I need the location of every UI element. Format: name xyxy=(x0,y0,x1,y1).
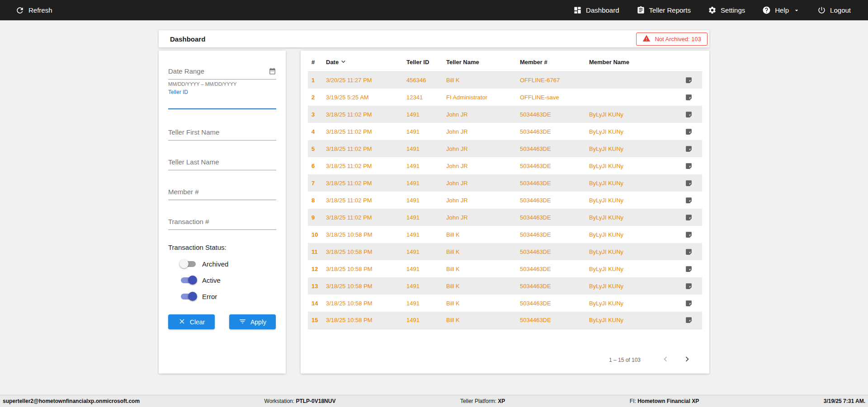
table-row[interactable]: 10 3/18/25 10:58 PM 1491 Bill K 5034463D… xyxy=(308,226,702,243)
table-row[interactable]: 3 3/18/25 11:02 PM 1491 John JR 5034463D… xyxy=(308,106,702,123)
table-row[interactable]: 9 3/18/25 11:02 PM 1491 John JR 5034463D… xyxy=(308,209,702,226)
row-note-cell[interactable] xyxy=(675,106,702,123)
table-row[interactable]: 8 3/18/25 11:02 PM 1491 John JR 5034463D… xyxy=(308,192,702,209)
col-number: # xyxy=(308,53,326,71)
row-note-cell[interactable] xyxy=(675,295,702,312)
row-number: 2 xyxy=(308,89,326,106)
page-header: Dashboard Not Archived: 103 xyxy=(159,30,709,47)
row-note-cell[interactable] xyxy=(675,123,702,140)
table-row[interactable]: 13 3/18/25 10:58 PM 1491 Bill K 5034463D… xyxy=(308,277,702,295)
table-row[interactable]: 4 3/18/25 11:02 PM 1491 John JR 5034463D… xyxy=(308,123,702,140)
nav-logout[interactable]: Logout xyxy=(817,6,851,14)
teller-id-input[interactable] xyxy=(168,98,276,106)
teller-first-name-field xyxy=(168,124,276,140)
apply-button[interactable]: Apply xyxy=(229,314,276,329)
teller-last-name-field xyxy=(168,154,276,170)
col-teller-id: Teller ID xyxy=(406,53,446,71)
row-member-name: ByLyJI KUNy xyxy=(589,106,675,123)
error-switch[interactable] xyxy=(181,294,196,299)
table-row[interactable]: 15 3/18/25 10:58 PM 1491 Bill K 5034463D… xyxy=(308,312,702,329)
clear-button[interactable]: Clear xyxy=(168,314,215,329)
note-icon[interactable] xyxy=(685,145,693,151)
row-number: 5 xyxy=(308,140,326,157)
refresh-button[interactable]: Refresh xyxy=(15,6,52,15)
row-note-cell[interactable] xyxy=(675,312,702,329)
row-date: 3/18/25 11:02 PM xyxy=(326,123,406,140)
transaction-number-input[interactable] xyxy=(168,218,276,225)
calendar-icon[interactable] xyxy=(269,67,276,75)
row-note-cell[interactable] xyxy=(675,140,702,157)
col-date[interactable]: Date xyxy=(326,53,406,71)
table-row[interactable]: 7 3/18/25 11:02 PM 1491 John JR 5034463D… xyxy=(308,174,702,192)
note-icon[interactable] xyxy=(685,316,693,323)
note-icon[interactable] xyxy=(685,248,693,254)
table-row[interactable]: 2 3/19/25 5:25 AM 12341 FI Administrator… xyxy=(308,89,702,106)
nav-dashboard[interactable]: Dashboard xyxy=(573,6,619,14)
table-row[interactable]: 1 3/20/25 11:27 PM 456346 Bill K OFFLINE… xyxy=(308,71,702,89)
row-number: 14 xyxy=(308,295,326,312)
row-note-cell[interactable] xyxy=(675,89,702,106)
row-teller-name: John JR xyxy=(446,106,520,123)
topbar: Refresh Dashboard Teller Reports Setting… xyxy=(0,0,868,20)
table-row[interactable]: 5 3/18/25 11:02 PM 1491 John JR 5034463D… xyxy=(308,140,702,157)
not-archived-badge[interactable]: Not Archived: 103 xyxy=(636,33,708,46)
previous-page-button[interactable] xyxy=(660,354,670,365)
note-icon[interactable] xyxy=(685,230,693,237)
date-range-helper: MM/DD/YYYY – MM/DD/YYYY xyxy=(168,81,276,87)
row-note-cell[interactable] xyxy=(675,157,702,174)
archived-toggle[interactable]: Archived xyxy=(181,259,276,269)
row-note-cell[interactable] xyxy=(675,209,702,226)
row-teller-id: 1491 xyxy=(406,312,446,329)
row-member-name: ByLyJI KUNy xyxy=(589,140,675,157)
table-row[interactable]: 14 3/18/25 10:58 PM 1491 Bill K 5034463D… xyxy=(308,295,702,312)
table-row[interactable]: 11 3/18/25 10:58 PM 1491 Bill K 5034463D… xyxy=(308,243,702,260)
error-toggle[interactable]: Error xyxy=(181,291,276,301)
row-note-cell[interactable] xyxy=(675,277,702,295)
teller-platform-label: Teller Platform: xyxy=(460,398,496,404)
row-member-number: 5034463DE xyxy=(520,192,589,209)
nav-help[interactable]: Help xyxy=(762,6,800,14)
row-date: 3/18/25 10:58 PM xyxy=(326,295,406,312)
row-note-cell[interactable] xyxy=(675,260,702,277)
row-member-number: 5034463DE xyxy=(520,106,589,123)
chevron-down-icon xyxy=(793,7,800,14)
next-page-button[interactable] xyxy=(682,354,692,365)
filter-icon xyxy=(239,318,246,327)
note-icon[interactable] xyxy=(685,265,693,271)
row-teller-name: Bill K xyxy=(446,312,520,329)
note-icon[interactable] xyxy=(685,179,693,186)
sort-desc-icon xyxy=(340,58,347,67)
member-number-input[interactable] xyxy=(168,188,276,196)
row-teller-id: 1491 xyxy=(406,123,446,140)
settings-icon xyxy=(708,6,717,14)
note-icon[interactable] xyxy=(685,93,693,100)
nav-settings-label: Settings xyxy=(721,6,745,14)
active-toggle[interactable]: Active xyxy=(181,275,276,285)
row-member-number: 5034463DE xyxy=(520,312,589,329)
teller-first-name-input[interactable] xyxy=(168,128,276,136)
transactions-panel: # Date Teller ID Teller Name xyxy=(301,51,709,374)
note-icon[interactable] xyxy=(685,282,693,289)
table-row[interactable]: 6 3/18/25 11:02 PM 1491 John JR 5034463D… xyxy=(308,157,702,174)
row-note-cell[interactable] xyxy=(675,71,702,89)
nav-settings[interactable]: Settings xyxy=(708,6,745,14)
note-icon[interactable] xyxy=(685,127,693,134)
row-note-cell[interactable] xyxy=(675,174,702,192)
row-note-cell[interactable] xyxy=(675,226,702,243)
row-teller-id: 456346 xyxy=(406,71,446,89)
row-note-cell[interactable] xyxy=(675,192,702,209)
active-switch[interactable] xyxy=(181,277,196,283)
note-icon[interactable] xyxy=(685,162,693,168)
note-icon[interactable] xyxy=(685,110,693,117)
nav-teller-reports[interactable]: Teller Reports xyxy=(637,6,691,14)
note-icon[interactable] xyxy=(685,76,693,83)
note-icon[interactable] xyxy=(685,299,693,306)
archived-switch[interactable] xyxy=(181,261,196,267)
note-icon[interactable] xyxy=(685,213,693,220)
teller-last-name-input[interactable] xyxy=(168,158,276,166)
table-row[interactable]: 12 3/18/25 10:58 PM 1491 Bill K 5034463D… xyxy=(308,260,702,277)
row-note-cell[interactable] xyxy=(675,243,702,260)
date-range-input[interactable] xyxy=(168,67,269,75)
note-icon[interactable] xyxy=(685,196,693,203)
transaction-number-field xyxy=(168,214,276,230)
